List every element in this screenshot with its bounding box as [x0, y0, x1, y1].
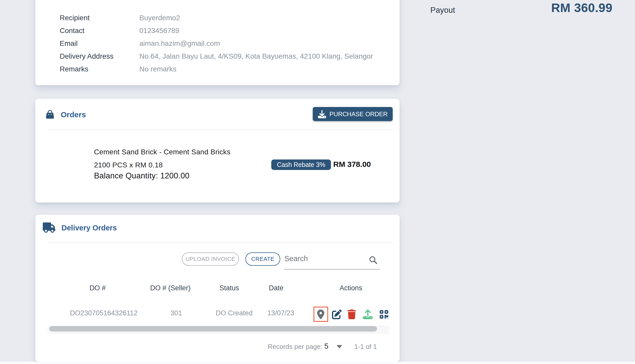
delivery-address-value: No.64, Jalan Bayu Laut, 4/KS09, Kota Bay… [139, 52, 373, 60]
order-amount: RM 378.00 [333, 160, 371, 169]
search-input[interactable] [284, 251, 380, 269]
col-header-do-number: DO # [89, 284, 106, 292]
qr-code-icon[interactable] [379, 309, 389, 319]
location-pin-icon[interactable] [316, 309, 326, 319]
create-button[interactable]: CREATE [245, 252, 280, 266]
search-field [284, 251, 380, 270]
customer-info-card: Recipient Buyerdemo2 Contact 0123456789 … [35, 0, 400, 85]
recipient-value: Buyerdemo2 [139, 14, 180, 22]
upload-invoice-button[interactable]: UPLOAD INVOICE [182, 252, 239, 266]
purchase-order-button-label: PURCHASE ORDER [329, 111, 388, 118]
col-header-actions: Actions [340, 284, 362, 292]
col-header-date: Date [269, 284, 283, 292]
order-detail-page: Recipient Buyerdemo2 Contact 0123456789 … [0, 0, 635, 364]
recipient-label: Recipient [60, 14, 139, 22]
cell-do-number-seller: 301 [170, 309, 182, 317]
table-bottom-divider [47, 333, 390, 333]
table-header-divider [48, 242, 394, 243]
email-value: aiman.hazim@gmail.com [139, 39, 220, 48]
product-balance-quantity: Balance Quantity: 1200.00 [94, 171, 190, 180]
remarks-value: No remarks [139, 65, 176, 73]
info-row-email: Email aiman.hazim@gmail.com [60, 37, 389, 50]
bottom-strip [0, 362, 635, 364]
col-header-status: Status [220, 284, 239, 292]
delivery-orders-card-title: Delivery Orders [61, 224, 117, 232]
download-icon [318, 110, 326, 118]
records-per-page-select[interactable]: 5 [322, 342, 350, 352]
pagination-bar: Records per page: 5 1-1 of 1 [35, 342, 400, 352]
cell-status: DO Created [216, 309, 253, 317]
remarks-label: Remarks [60, 65, 139, 73]
cell-do-number: DO230705164326112 [70, 309, 138, 317]
pagination-range-label: 1-1 of 1 [354, 343, 377, 351]
payout-label: Payout [430, 6, 455, 15]
info-row-delivery-address: Delivery Address No.64, Jalan Bayu Laut,… [60, 50, 389, 63]
info-row-remarks: Remarks No remarks [60, 63, 389, 76]
email-label: Email [60, 39, 139, 48]
edit-icon[interactable] [332, 309, 342, 319]
orders-card: Orders PURCHASE ORDER Cement Sand Brick … [35, 99, 400, 202]
purchase-order-button[interactable]: PURCHASE ORDER [313, 107, 393, 121]
delivery-orders-card: Delivery Orders UPLOAD INVOICE CREATE DO… [35, 215, 400, 362]
cash-rebate-badge: Cash Rebate 3% [271, 159, 331, 170]
records-per-page-value: 5 [324, 342, 328, 350]
horizontal-scrollbar-thumb[interactable] [49, 326, 377, 331]
cell-date: 13/07/23 [267, 309, 294, 317]
shopping-bag-icon [44, 109, 56, 120]
orders-card-title: Orders [61, 110, 86, 119]
col-header-do-number-seller: DO # (Seller) [150, 284, 191, 292]
product-name: Cement Sand Brick - Cement Sand Bricks [94, 148, 231, 156]
contact-label: Contact [60, 27, 139, 35]
search-icon[interactable] [368, 255, 378, 265]
info-row-recipient: Recipient Buyerdemo2 [60, 12, 389, 24]
contact-value: 0123456789 [139, 27, 179, 35]
delivery-address-label: Delivery Address [60, 52, 139, 60]
product-quantity-line: 2100 PCS x RM 0.18 [94, 161, 163, 169]
payout-amount: RM 360.99 [551, 1, 612, 15]
customer-info-rows: Recipient Buyerdemo2 Contact 0123456789 … [60, 12, 389, 76]
horizontal-scrollbar-track[interactable] [47, 326, 390, 332]
truck-icon [43, 222, 56, 233]
trash-icon[interactable] [347, 309, 357, 319]
upload-icon[interactable] [363, 309, 373, 319]
orders-header-divider [48, 130, 394, 130]
records-per-page-label: Records per page: [268, 343, 322, 351]
info-row-contact: Contact 0123456789 [60, 24, 389, 37]
chevron-down-icon [337, 345, 342, 348]
